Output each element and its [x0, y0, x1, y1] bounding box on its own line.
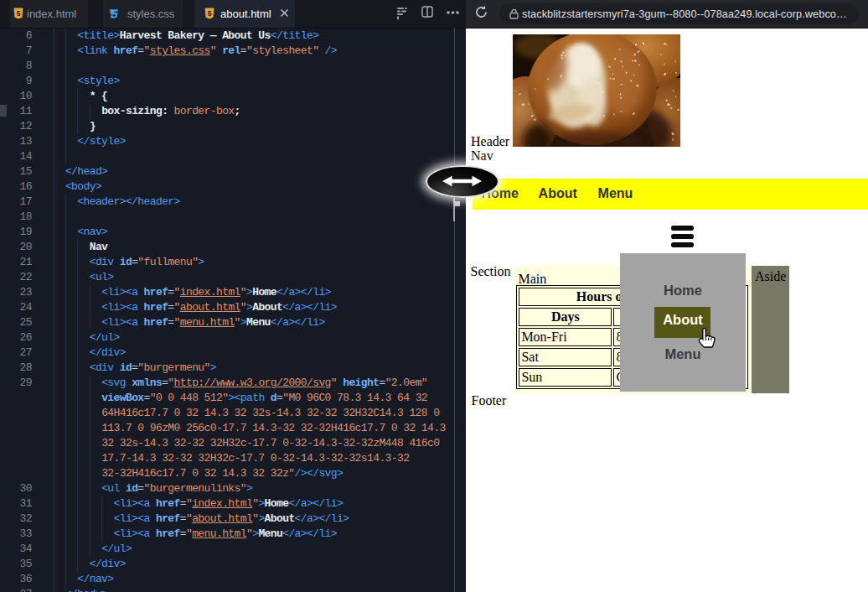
svg-text:5: 5	[17, 9, 21, 18]
svg-text:5: 5	[208, 9, 212, 18]
